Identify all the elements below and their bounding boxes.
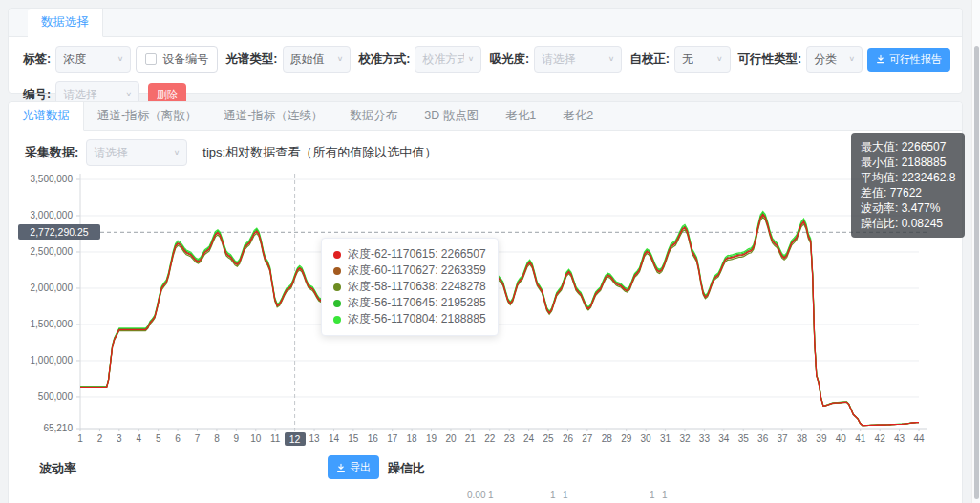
svg-text:20: 20 bbox=[445, 433, 457, 444]
download-icon bbox=[336, 463, 346, 472]
fluctuation-rate-label: 波动率 bbox=[39, 460, 76, 477]
main-card: 光谱数据 通道-指标（离散） 通道-指标（连续） 数据分布 3D 散点图 老化1… bbox=[8, 101, 963, 503]
spectrum-type-value: 原始值 bbox=[290, 52, 325, 68]
stat-line: 躁信比: 0.08245 bbox=[861, 216, 955, 231]
tooltip-series-text: 浓度-62-1170615: 2266507 bbox=[348, 246, 486, 262]
number-placeholder: 请选择 bbox=[63, 87, 97, 103]
svg-text:21: 21 bbox=[465, 433, 477, 444]
series-dot-icon bbox=[333, 316, 341, 324]
stat-line: 差值: 77622 bbox=[861, 185, 955, 200]
feasibility-report-button[interactable]: 可行性报告 bbox=[867, 48, 950, 72]
selfcal-label: 自校正: bbox=[629, 52, 670, 68]
svg-text:44: 44 bbox=[913, 433, 925, 444]
stats-box: 最大值: 2266507最小值: 2188885平均值: 2232462.8差值… bbox=[851, 133, 965, 238]
device-number-checkbox-label: 设备编号 bbox=[162, 52, 208, 68]
selfcal-value: 无 bbox=[682, 52, 693, 68]
tooltip-series-text: 浓度-60-1170627: 2263359 bbox=[348, 262, 486, 279]
tag-select-value: 浓度 bbox=[63, 52, 86, 68]
svg-text:4: 4 bbox=[136, 433, 141, 444]
svg-text:7: 7 bbox=[195, 433, 201, 444]
export-button[interactable]: 导出 bbox=[328, 455, 379, 479]
svg-text:5: 5 bbox=[156, 433, 161, 444]
delete-button-label: 删除 bbox=[157, 88, 178, 102]
feasibility-type-select[interactable]: 分类 ∨ bbox=[806, 46, 863, 73]
device-number-checkbox[interactable]: 设备编号 bbox=[136, 46, 218, 73]
svg-text:11: 11 bbox=[270, 433, 281, 444]
svg-text:37: 37 bbox=[778, 433, 789, 444]
svg-text:24: 24 bbox=[523, 433, 535, 444]
tooltip-series-text: 浓度-56-1170645: 2195285 bbox=[348, 295, 486, 311]
svg-text:9: 9 bbox=[234, 433, 240, 444]
svg-text:29: 29 bbox=[621, 433, 632, 444]
calibration-placeholder: 校准方式 bbox=[422, 52, 463, 68]
filter-tabbar: 数据选择 bbox=[9, 9, 962, 37]
series-dot-icon bbox=[333, 267, 341, 275]
download-icon bbox=[876, 54, 885, 64]
x-axis-marker-badge[interactable]: 12 bbox=[285, 432, 306, 446]
number-label: 编号: bbox=[23, 87, 51, 103]
tooltip-series-item: 浓度-56-1170645: 2195285 bbox=[333, 295, 486, 311]
absorbance-select[interactable]: 请选择 ∨ bbox=[534, 46, 622, 73]
tooltip-series-text: 浓度-58-1170638: 2248278 bbox=[348, 279, 486, 295]
svg-text:38: 38 bbox=[797, 433, 808, 444]
spectrum-type-label: 光谱类型: bbox=[225, 52, 277, 68]
svg-text:30: 30 bbox=[641, 433, 652, 444]
calibration-label: 校准方式: bbox=[358, 52, 410, 68]
chart-footer: 波动率 导出 躁信比 bbox=[9, 453, 962, 482]
svg-text:22: 22 bbox=[484, 433, 496, 444]
svg-text:3,000,000: 3,000,000 bbox=[31, 210, 74, 220]
filter-row-1: 标签: 浓度 ∨ 设备编号 光谱类型: 原始值 ∨ 校准方式: 校准方式 ∨ 吸… bbox=[20, 46, 950, 73]
svg-text:14: 14 bbox=[329, 433, 340, 444]
svg-text:26: 26 bbox=[563, 433, 574, 444]
chevron-down-icon: ∨ bbox=[608, 55, 615, 63]
svg-text:41: 41 bbox=[855, 433, 866, 444]
feasibility-type-label: 可行性类型: bbox=[738, 52, 802, 68]
absorbance-label: 吸光度: bbox=[489, 52, 529, 68]
svg-text:2,500,000: 2,500,000 bbox=[31, 246, 74, 257]
calibration-select[interactable]: 校准方式 ∨ bbox=[415, 46, 481, 73]
filter-card: 数据选择 标签: 浓度 ∨ 设备编号 光谱类型: 原始值 ∨ 校准方式: 校准方… bbox=[8, 8, 963, 94]
chevron-down-icon: ∨ bbox=[468, 55, 475, 63]
stat-line: 平均值: 2232462.8 bbox=[861, 170, 955, 185]
svg-text:25: 25 bbox=[543, 433, 554, 444]
svg-text:35: 35 bbox=[738, 433, 750, 444]
selfcal-select[interactable]: 无 ∨ bbox=[674, 46, 731, 73]
svg-text:2: 2 bbox=[97, 433, 103, 444]
spectrum-type-select[interactable]: 原始值 ∨ bbox=[283, 46, 352, 73]
svg-text:27: 27 bbox=[582, 433, 593, 444]
partial-tick: 1 bbox=[662, 490, 668, 500]
scrollbar[interactable] bbox=[971, 0, 980, 503]
chevron-down-icon: ∨ bbox=[848, 55, 855, 63]
svg-text:500,000: 500,000 bbox=[38, 391, 74, 402]
svg-text:32: 32 bbox=[679, 433, 691, 444]
stat-line: 最大值: 2266507 bbox=[861, 139, 955, 155]
series-dot-icon bbox=[333, 251, 341, 259]
svg-text:36: 36 bbox=[757, 433, 769, 444]
svg-text:3,500,000: 3,500,000 bbox=[31, 174, 74, 184]
export-button-label: 导出 bbox=[350, 460, 371, 474]
noise-signal-ratio-label: 躁信比 bbox=[388, 460, 425, 477]
svg-text:6: 6 bbox=[175, 433, 181, 444]
series-dot-icon bbox=[333, 300, 341, 307]
svg-text:16: 16 bbox=[368, 433, 379, 444]
svg-text:65,210: 65,210 bbox=[43, 423, 73, 433]
tooltip-series-item: 浓度-60-1170627: 2263359 bbox=[333, 262, 486, 279]
svg-text:1,000,000: 1,000,000 bbox=[31, 355, 74, 366]
svg-text:17: 17 bbox=[387, 433, 398, 444]
chevron-down-icon: ∨ bbox=[126, 91, 133, 98]
svg-text:34: 34 bbox=[718, 433, 730, 444]
tag-select[interactable]: 浓度 ∨ bbox=[55, 46, 131, 73]
svg-text:40: 40 bbox=[836, 433, 847, 444]
svg-text:23: 23 bbox=[504, 433, 516, 444]
tab-data-select[interactable]: 数据选择 bbox=[28, 9, 103, 37]
absorbance-placeholder: 请选择 bbox=[542, 52, 576, 68]
svg-text:31: 31 bbox=[660, 433, 671, 444]
tooltip-series-item: 浓度-56-1170804: 2188885 bbox=[333, 311, 486, 327]
scrollbar-thumb[interactable] bbox=[974, 46, 979, 499]
stat-line: 波动率: 3.477% bbox=[861, 200, 955, 216]
partial-axis-row: 0.0011111 bbox=[9, 490, 962, 503]
partial-tick: 1 bbox=[650, 490, 655, 500]
svg-text:39: 39 bbox=[816, 433, 827, 444]
svg-text:28: 28 bbox=[602, 433, 613, 444]
stat-line: 最小值: 2188885 bbox=[861, 155, 955, 170]
